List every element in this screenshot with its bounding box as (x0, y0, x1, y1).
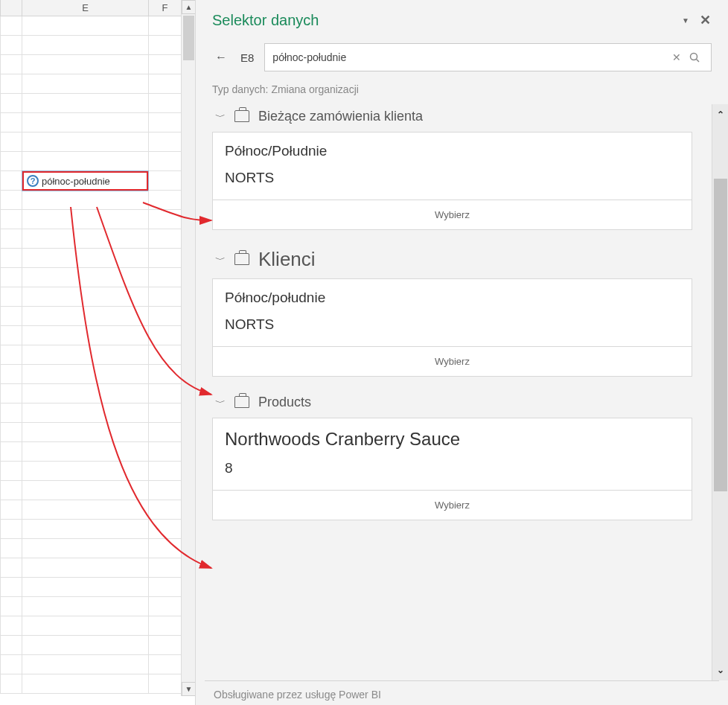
grid-row[interactable] (0, 249, 195, 268)
result-card[interactable]: Northwoods Cranberry Sauce8Wybierz (212, 418, 692, 520)
column-headers: E F (0, 0, 195, 16)
results-scroll-thumb[interactable] (714, 179, 727, 491)
grid-row[interactable] (0, 384, 195, 403)
grid-vertical-scrollbar[interactable]: ▲ ▼ (181, 0, 195, 696)
grid-row[interactable] (0, 558, 195, 578)
grid-row[interactable] (0, 152, 195, 171)
grid-row[interactable] (0, 326, 195, 345)
chevron-down-icon: ﹀ (215, 255, 226, 264)
grid-row[interactable] (0, 345, 195, 365)
briefcase-icon (234, 396, 249, 408)
grid-row[interactable] (0, 365, 195, 384)
grid-row[interactable] (0, 597, 195, 616)
group-header[interactable]: ﹀Products (212, 390, 692, 418)
grid-row[interactable] (0, 16, 195, 36)
grid-row[interactable] (0, 539, 195, 558)
grid-row[interactable] (0, 674, 195, 694)
result-card[interactable]: Północ/PołudnieNORTSWybierz (212, 132, 692, 230)
grid-row[interactable] (0, 578, 195, 597)
grid-row[interactable] (0, 616, 195, 636)
result-subtitle: NORTS (225, 316, 680, 333)
grid-row[interactable] (0, 229, 195, 249)
column-header-e[interactable]: E (22, 0, 149, 16)
grid-row[interactable] (0, 55, 195, 74)
grid-row[interactable] (0, 113, 195, 133)
column-header-f[interactable]: F (149, 0, 182, 16)
row-header-gutter (0, 0, 22, 16)
panel-options-dropdown[interactable] (676, 10, 695, 30)
grid-row[interactable] (0, 520, 195, 539)
grid-row[interactable] (0, 94, 195, 113)
search-icon[interactable] (686, 52, 703, 63)
result-subtitle: NORTS (225, 170, 680, 186)
select-button[interactable]: Wybierz (213, 490, 692, 520)
chevron-down-icon: ﹀ (215, 112, 226, 121)
search-box[interactable]: ✕ (264, 43, 712, 71)
scroll-down-button[interactable]: ▼ (182, 682, 196, 696)
result-title: Północ/Południe (225, 143, 680, 159)
results-scroll-up[interactable]: ⌃ (712, 104, 728, 125)
cell-reference: E8 (240, 51, 254, 64)
grid-row[interactable]: ?północ-południe (0, 171, 195, 191)
svg-point-0 (690, 53, 697, 60)
scroll-thumb[interactable] (183, 16, 194, 60)
result-group: ﹀ProductsNorthwoods Cranberry Sauce8Wybi… (212, 390, 692, 520)
grid-row[interactable] (0, 442, 195, 462)
panel-footer: Obsługiwane przez usługę Power BI (205, 680, 719, 705)
spreadsheet-grid[interactable]: E F ?północ-południe ▲ ▼ (0, 0, 195, 705)
group-title: Products (258, 395, 311, 410)
select-button[interactable]: Wybierz (213, 346, 692, 376)
grid-row[interactable] (0, 423, 195, 442)
annotated-cell[interactable]: ?północ-południe (22, 171, 148, 191)
briefcase-icon (234, 253, 249, 265)
question-mark-icon[interactable]: ? (27, 175, 39, 187)
grid-row[interactable] (0, 655, 195, 674)
grid-row[interactable] (0, 636, 195, 655)
grid-row[interactable] (0, 287, 195, 307)
grid-row[interactable] (0, 403, 195, 423)
group-header[interactable]: ﹀Bieżące zamówienia klienta (212, 104, 692, 132)
data-selector-panel: Selektor danych ✕ ← E8 ✕ Typ danych: Zmi… (195, 0, 728, 705)
search-input[interactable] (272, 51, 668, 63)
group-title: Bieżące zamówienia klienta (258, 109, 423, 124)
result-subtitle: 8 (225, 460, 680, 476)
results-scroll-down[interactable]: ⌄ (712, 660, 728, 680)
panel-title: Selektor danych (212, 12, 676, 29)
back-arrow-icon[interactable]: ← (212, 51, 230, 64)
result-group: ﹀KlienciPółnoc/południeNORTSWybierz (212, 243, 692, 377)
grid-row[interactable] (0, 210, 195, 229)
result-title: Północ/południe (225, 290, 680, 306)
grid-row[interactable] (0, 500, 195, 520)
grid-row[interactable] (0, 481, 195, 500)
briefcase-icon (234, 110, 249, 122)
result-title: Northwoods Cranberry Sauce (225, 429, 680, 450)
select-button[interactable]: Wybierz (213, 200, 692, 229)
grid-row[interactable] (0, 191, 195, 210)
panel-close-button[interactable]: ✕ (695, 10, 715, 30)
cell-value: północ-południe (42, 176, 110, 187)
grid-row[interactable] (0, 268, 195, 287)
grid-row[interactable] (0, 133, 195, 152)
clear-search-icon[interactable]: ✕ (668, 51, 686, 63)
grid-row[interactable] (0, 74, 195, 94)
result-card[interactable]: Północ/południeNORTSWybierz (212, 278, 692, 377)
chevron-down-icon: ﹀ (215, 398, 226, 407)
results-scrollbar[interactable]: ⌃ ⌄ (712, 104, 728, 680)
grid-row[interactable] (0, 307, 195, 326)
scroll-up-button[interactable]: ▲ (182, 0, 196, 14)
group-header[interactable]: ﹀Klienci (212, 243, 692, 278)
data-type-label: Typ danych: Zmiana organizacji (196, 77, 728, 104)
group-title: Klienci (258, 248, 316, 271)
result-group: ﹀Bieżące zamówienia klientaPółnoc/Połudn… (212, 104, 692, 230)
grid-row[interactable] (0, 462, 195, 481)
svg-line-1 (696, 59, 699, 62)
grid-row[interactable] (0, 36, 195, 55)
